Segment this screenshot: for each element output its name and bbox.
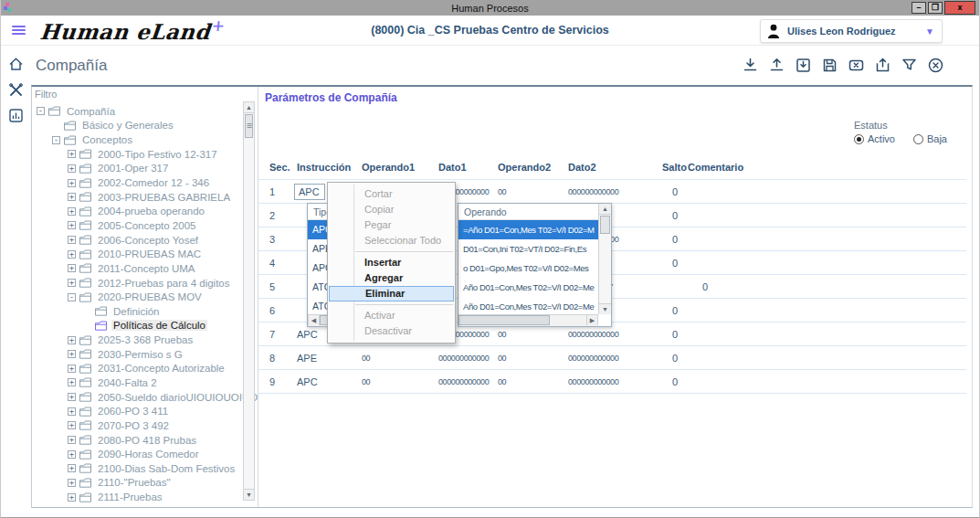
home-icon[interactable] — [8, 57, 24, 72]
expand-plus-icon[interactable]: + — [68, 221, 76, 229]
operando-hscrollbar[interactable]: ▶ — [458, 314, 598, 326]
restore-button[interactable]: ❐ — [928, 2, 943, 14]
table-row[interactable]: 9APC00000000000000000000000000000 — [258, 370, 966, 394]
tree-item[interactable]: +2080-PO 418 Prubas — [35, 433, 258, 448]
tree-item[interactable]: +2004-prueba operando — [35, 204, 258, 218]
scroll-down-icon[interactable]: ▼ — [599, 303, 611, 314]
expand-plus-icon[interactable]: + — [68, 193, 76, 201]
tree-item[interactable]: +2005-Concepto 2005 — [35, 218, 258, 233]
upload-icon[interactable] — [768, 57, 785, 74]
close-icon[interactable] — [927, 57, 944, 74]
scroll-right-icon[interactable]: ▶ — [586, 315, 598, 325]
tree-item[interactable]: +2010-PRUEBAS MAC — [35, 247, 258, 261]
operando-option[interactable]: =Año D01=Con,Mes T02=V/I D02=M — [458, 220, 598, 239]
expand-plus-icon[interactable]: + — [68, 264, 76, 272]
tree-item[interactable]: -2020-PRUEBAS MOV — [35, 290, 258, 304]
tree-item[interactable]: +2025-3 368 Pruebas — [35, 333, 258, 347]
collapse-minus-icon[interactable]: - — [37, 107, 45, 115]
menu-hamburger-icon[interactable] — [12, 24, 26, 37]
scroll-up-icon[interactable]: ▲ — [599, 204, 611, 215]
operando-option[interactable]: Año D01=Con,Mes T02=V/I D02=Me — [458, 297, 598, 316]
save-icon[interactable] — [821, 57, 838, 74]
menu-item-activar[interactable]: Activar — [328, 308, 455, 323]
collapse-minus-icon[interactable]: - — [68, 293, 76, 301]
expand-plus-icon[interactable]: + — [68, 479, 76, 487]
expand-plus-icon[interactable]: + — [68, 393, 76, 401]
report-icon[interactable] — [8, 108, 24, 123]
tree-item[interactable]: +2031-Concepto Autorizable — [35, 362, 258, 376]
menu-item-eliminar[interactable]: Eliminar — [329, 286, 454, 301]
expand-plus-icon[interactable]: + — [68, 464, 76, 472]
export-icon[interactable] — [874, 57, 891, 74]
tree-item[interactable]: +2100-Dias Sab-Dom Festivos — [35, 461, 258, 476]
operando-vscrollbar[interactable]: ▲ ▼ — [598, 204, 611, 314]
tree-item[interactable]: +2001-Oper 317 — [35, 162, 258, 176]
operando-option[interactable]: Año D01=Con,Mes T02=V/I D02=Me — [458, 278, 598, 297]
tree-item[interactable]: -Políticas de Cálculo — [35, 319, 258, 333]
expand-plus-icon[interactable]: + — [68, 450, 76, 459]
radio-activo[interactable] — [854, 134, 864, 144]
operando-option[interactable]: o D01=Gpo,Mes T02=V/I D02=Mes — [458, 259, 598, 278]
table-row[interactable]: 8APE00000000000000000000000000000 — [258, 346, 966, 370]
scroll-down-icon[interactable]: ▼ — [244, 489, 254, 500]
expand-plus-icon[interactable]: + — [68, 279, 76, 287]
expand-plus-icon[interactable]: + — [68, 421, 76, 429]
tree-item[interactable]: +2070-PO 3 492 — [35, 418, 258, 433]
tree-item[interactable]: +2050-Sueldo diarioUIOUIOUOIUOI — [35, 390, 258, 405]
tree-item[interactable]: +2000-Tipo Festivo 12-317 — [35, 147, 258, 162]
expand-plus-icon[interactable]: + — [68, 436, 76, 444]
tree-item[interactable]: +2111-Pruebas — [35, 490, 258, 504]
operando-option[interactable]: D01=Con,Ini T02=VT/I D02=Fin,Es — [458, 239, 598, 259]
tree-item[interactable]: -Conceptos — [35, 132, 258, 147]
expand-plus-icon[interactable]: + — [68, 336, 76, 344]
tree-item[interactable]: +2003-PRUEBAS GABRIELA — [35, 190, 258, 205]
expand-plus-icon[interactable]: + — [68, 236, 76, 244]
user-menu[interactable]: Ulises Leon Rodriguez ▼ — [760, 19, 943, 43]
expand-plus-icon[interactable]: + — [68, 365, 76, 373]
menu-item-cortar[interactable]: Cortar — [328, 186, 455, 202]
expand-plus-icon[interactable]: + — [68, 250, 76, 259]
collapse-minus-icon[interactable]: - — [52, 136, 60, 144]
menu-item-seleccionar-todo[interactable]: Seleccionar Todo — [328, 233, 455, 248]
expand-plus-icon[interactable]: + — [68, 350, 76, 358]
menu-item-copiar[interactable]: Copiar — [328, 202, 455, 217]
scroll-left-icon[interactable]: ◀ — [308, 315, 320, 325]
tree-scrollbar[interactable]: ▲ ☰ ▼ — [243, 101, 255, 501]
tree-item[interactable]: -Definición — [35, 304, 258, 319]
tree-item[interactable]: +2011-Concepto UMA — [35, 261, 258, 276]
download-icon[interactable] — [742, 57, 759, 74]
radio-baja[interactable] — [913, 134, 923, 144]
tree-item[interactable]: -Básico y Generales — [35, 119, 258, 133]
scrollbar-thumb[interactable]: ☰ — [245, 114, 253, 138]
minimize-button[interactable]: – — [912, 2, 926, 14]
tree-item[interactable]: -Compañía — [35, 104, 258, 119]
menu-item-desactivar[interactable]: Desactivar — [328, 323, 455, 339]
tree-item[interactable]: +2060-PO 3 411 — [35, 404, 258, 418]
instruction-editor-cell[interactable]: APC — [294, 184, 325, 200]
tree-item[interactable]: +2012-Pruebas para 4 digitos — [35, 276, 258, 291]
menu-item-insertar[interactable]: Insertar — [328, 255, 455, 270]
tree-item[interactable]: +2030-Permiso s G — [35, 347, 258, 362]
expand-plus-icon[interactable]: + — [68, 164, 76, 173]
tools-icon[interactable] — [8, 82, 24, 98]
expand-plus-icon[interactable]: + — [68, 493, 76, 502]
close-button[interactable]: x — [944, 1, 975, 15]
filter-icon[interactable] — [901, 57, 918, 74]
hscroll-thumb[interactable] — [458, 315, 550, 325]
expand-plus-icon[interactable]: + — [68, 150, 76, 158]
import-icon[interactable] — [795, 57, 812, 74]
tree-item[interactable]: +2110-"Pruebas" — [35, 476, 258, 491]
menu-item-agregar[interactable]: Agregar — [328, 270, 455, 286]
expand-plus-icon[interactable]: + — [68, 207, 76, 216]
tree-item[interactable]: +2040-Falta 2 — [35, 375, 258, 390]
menu-item-pegar[interactable]: Pegar — [328, 217, 455, 233]
vscroll-thumb[interactable] — [600, 216, 610, 234]
remove-icon[interactable] — [848, 57, 865, 74]
expand-plus-icon[interactable]: + — [68, 407, 76, 416]
tree-item[interactable]: +2002-Comedor 12 - 346 — [35, 175, 258, 190]
tree-item[interactable]: +2006-Concepto Yosef — [35, 233, 258, 248]
tree-item[interactable]: +2090-Horas Comedor — [35, 447, 258, 461]
expand-plus-icon[interactable]: + — [68, 179, 76, 187]
scroll-up-icon[interactable]: ▲ — [244, 102, 254, 113]
expand-plus-icon[interactable]: + — [68, 378, 76, 386]
